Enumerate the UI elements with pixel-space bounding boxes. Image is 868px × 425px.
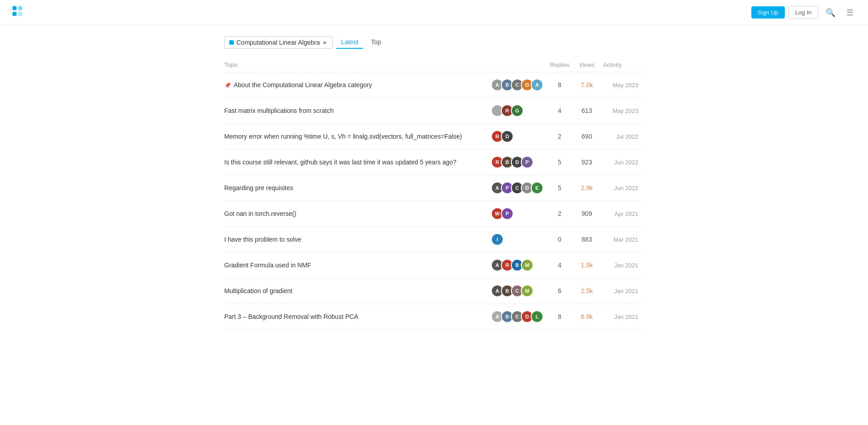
column-activity: Activity <box>603 58 644 72</box>
topic-activity: May 2023 <box>603 98 644 124</box>
topic-views: 7.0k <box>576 72 603 98</box>
topic-title-text: Memory error when running %time U, s, Vh… <box>224 133 462 140</box>
category-pill[interactable]: Computational Linear Algebra ► <box>224 36 333 49</box>
topic-activity: Jul 2022 <box>603 124 644 149</box>
category-dot <box>229 40 234 45</box>
topic-views: 923 <box>576 149 603 175</box>
topic-replies: 5 <box>549 149 576 175</box>
topic-avatars: ABCDL <box>491 304 549 330</box>
svg-rect-3 <box>18 12 22 16</box>
table-row: 📌About the Computational Linear Algebra … <box>224 72 644 98</box>
topic-avatars: APCDE <box>491 175 549 201</box>
table-row: Memory error when running %time U, s, Vh… <box>224 124 644 149</box>
topic-replies: 2 <box>549 201 576 227</box>
topic-views: 690 <box>576 124 603 149</box>
topic-title-text: Got nan in torch.reverse() <box>224 210 297 217</box>
topic-table: Topic Replies Views Activity 📌About the … <box>224 58 644 330</box>
tabs-row: Computational Linear Algebra ► Latest To… <box>224 36 644 49</box>
table-row: Part 3 – Background Removal with Robust … <box>224 304 644 330</box>
topic-avatars: I <box>491 227 549 252</box>
pin-icon: 📌 <box>224 82 231 89</box>
table-row: I have this problem to solveI0883Mar 202… <box>224 227 644 252</box>
topic-activity: May 2023 <box>603 72 644 98</box>
topic-title-text: Regarding pre requisites <box>224 184 293 191</box>
topic-replies: 4 <box>549 252 576 278</box>
topic-activity: Jun 2022 <box>603 149 644 175</box>
site-logo[interactable] <box>11 5 27 21</box>
avatar: D <box>501 130 514 143</box>
table-row: Gradient Formula used in NMFARBM41.5kJan… <box>224 252 644 278</box>
topic-title-text: Fast matrix multiplications from scratch <box>224 107 334 114</box>
table-row: Got nan in torch.reverse()WP2909Apr 2021 <box>224 201 644 227</box>
table-row: Fast matrix multiplications from scratch… <box>224 98 644 124</box>
topic-views: 613 <box>576 98 603 124</box>
avatar: P <box>501 207 514 220</box>
login-button[interactable]: Log In <box>788 6 818 19</box>
topic-views: 2.9k <box>576 175 603 201</box>
topic-replies: 4 <box>549 98 576 124</box>
topic-replies: 5 <box>549 175 576 201</box>
svg-rect-1 <box>13 12 17 16</box>
menu-button[interactable]: ☰ <box>843 6 857 19</box>
topic-title-text: About the Computational Linear Algebra c… <box>234 81 372 89</box>
avatar: G <box>511 104 524 117</box>
topic-title[interactable]: I have this problem to solve <box>224 236 486 243</box>
table-row: Regarding pre requisitesAPCDE52.9kJun 20… <box>224 175 644 201</box>
topic-replies: 6 <box>549 278 576 304</box>
topic-activity: Jun 2022 <box>603 175 644 201</box>
nav-actions: Sign Up Log In 🔍 ☰ <box>751 6 857 19</box>
topic-title-text: Part 3 – Background Removal with Robust … <box>224 313 358 320</box>
top-navigation: Sign Up Log In 🔍 ☰ <box>0 0 868 25</box>
topic-title[interactable]: Gradient Formula used in NMF <box>224 262 486 269</box>
topic-replies: 8 <box>549 304 576 330</box>
topic-title[interactable]: Is this course still relevant, github sa… <box>224 159 486 166</box>
topic-title[interactable]: Multiplication of gradient <box>224 287 486 294</box>
avatar: M <box>521 259 533 271</box>
topic-activity: Jan 2021 <box>603 304 644 330</box>
topic-title[interactable]: Regarding pre requisites <box>224 184 486 191</box>
topic-replies: 0 <box>549 227 576 252</box>
topic-views: 2.5k <box>576 278 603 304</box>
topic-title[interactable]: Got nan in torch.reverse() <box>224 210 486 217</box>
topic-title-text: I have this problem to solve <box>224 236 301 243</box>
chevron-right-icon: ► <box>322 39 328 46</box>
topic-replies: 2 <box>549 124 576 149</box>
topic-activity: Mar 2021 <box>603 227 644 252</box>
topic-activity: Jan 2021 <box>603 252 644 278</box>
topic-avatars: ABCDA <box>491 72 549 98</box>
avatar: L <box>531 310 543 323</box>
topic-avatars: RD <box>491 124 549 149</box>
topic-title[interactable]: 📌About the Computational Linear Algebra … <box>224 81 486 89</box>
topic-title[interactable]: Fast matrix multiplications from scratch <box>224 107 486 114</box>
tab-latest[interactable]: Latest <box>336 36 363 49</box>
column-avatars <box>491 58 549 72</box>
svg-rect-0 <box>13 6 17 10</box>
avatar: M <box>521 285 533 297</box>
column-views: Views <box>576 58 603 72</box>
topic-views: 883 <box>576 227 603 252</box>
topic-title-text: Multiplication of gradient <box>224 287 292 294</box>
signup-button[interactable]: Sign Up <box>751 6 785 19</box>
topic-title[interactable]: Part 3 – Background Removal with Robust … <box>224 313 486 320</box>
topic-avatars: RG <box>491 98 549 124</box>
topic-avatars: WP <box>491 201 549 227</box>
topic-activity: Apr 2021 <box>603 201 644 227</box>
column-topic: Topic <box>224 58 491 72</box>
topic-replies: 8 <box>549 72 576 98</box>
topic-avatars: RBDP <box>491 149 549 175</box>
svg-rect-2 <box>18 6 22 10</box>
avatar: I <box>491 233 504 246</box>
avatar: A <box>531 79 543 91</box>
topic-title[interactable]: Memory error when running %time U, s, Vh… <box>224 133 486 140</box>
topic-views: 6.9k <box>576 304 603 330</box>
tab-top[interactable]: Top <box>367 36 386 49</box>
topic-avatars: ARBM <box>491 252 549 278</box>
avatar: P <box>521 156 533 168</box>
table-row: Multiplication of gradientABCM62.5kJan 2… <box>224 278 644 304</box>
search-button[interactable]: 🔍 <box>822 6 839 19</box>
avatar: E <box>531 182 543 194</box>
table-header-row: Topic Replies Views Activity <box>224 58 644 72</box>
topic-views: 1.5k <box>576 252 603 278</box>
topic-title-text: Gradient Formula used in NMF <box>224 262 311 269</box>
topic-views: 909 <box>576 201 603 227</box>
